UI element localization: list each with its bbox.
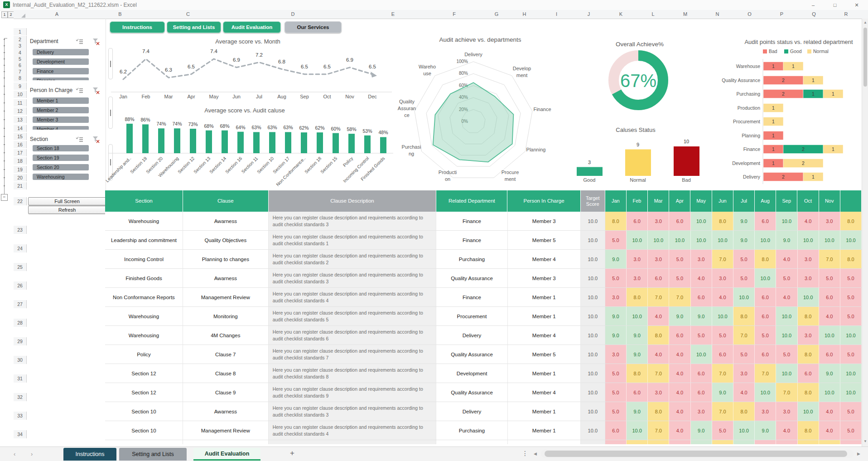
column-header-C[interactable]: C [153,10,224,19]
cell-score-month-4[interactable]: 4.0 [669,421,690,440]
cell-score-month-10[interactable]: 8.0 [798,307,819,325]
scroll-up-arrow[interactable]: ▲ [863,20,867,24]
cell-score-month-9[interactable]: 5.0 [776,345,797,364]
cell-related-department[interactable]: Purchasing [436,250,507,268]
cell-score-month-2[interactable]: 9.0 [627,402,648,421]
cell-score-month-8[interactable]: 6.0 [755,307,776,325]
cell-related-department[interactable]: Quality Assurance [436,383,507,402]
cell-description[interactable]: Here you can register clause description… [269,440,437,444]
slicer-item-section-20[interactable]: Section 20 [33,164,89,170]
cell-score-month-6[interactable]: 7.0 [712,402,733,421]
cell-score-month-10[interactable]: 10.0 [798,231,819,249]
cell-score-month-11[interactable]: 3.0 [819,212,840,230]
cell-score-month-1[interactable]: 5.0 [605,364,627,383]
cell-clause[interactable]: 4M Changes [183,326,269,345]
row-header-25[interactable]: 25 [14,263,27,271]
cell-score-month-11[interactable]: 6.0 [819,345,840,364]
action-button-refresh[interactable]: Refresh [28,206,106,214]
column-header-D[interactable]: D [223,10,363,19]
cell-person-in-charge[interactable]: Member 5 [508,345,581,364]
cell-score-month-3[interactable]: 8.0 [648,402,669,421]
cell-score-month-6[interactable]: 8.0 [712,440,733,444]
cell-score-month-1[interactable]: 5.0 [605,231,627,249]
cell-score-month-12[interactable]: 10.0 [840,364,862,383]
nav-button-our-services[interactable]: Our Services [285,21,342,33]
cell-score-month-11[interactable]: 4.0 [819,421,840,440]
cell-section[interactable]: Warehousing [105,307,183,325]
cell-score-month-1[interactable]: 5.0 [605,383,627,402]
slicer-scrollbar[interactable] [108,97,113,129]
cell-score-month-11[interactable]: 10.0 [819,231,840,249]
cell-score-month-7[interactable]: 7.0 [733,326,755,345]
cell-description[interactable]: Here you can register clause description… [269,269,437,287]
cell-score-month-12[interactable]: 6.0 [840,440,862,444]
cell-related-department[interactable]: Delivery [436,326,507,345]
cell-score-month-7[interactable]: 10.0 [733,421,755,440]
cell-section[interactable]: Section 12 [105,364,183,383]
cell-score-month-10[interactable]: 8.0 [798,345,819,364]
cell-target-score[interactable]: 10.0 [581,288,605,306]
cell-score-month-9[interactable]: 10.0 [776,364,797,383]
row-header-31[interactable]: 31 [14,374,27,383]
cell-clause[interactable]: Management Review [183,421,269,440]
slicer-item-member-2[interactable]: Member 2 [33,107,89,113]
cell-score-month-12[interactable]: 5.0 [840,288,862,306]
table-header-month-feb[interactable]: Feb [627,190,648,212]
cell-score-month-5[interactable]: 3.0 [691,402,712,421]
cell-clause[interactable]: Monitoring [183,440,269,444]
cell-score-month-8[interactable]: 6.0 [755,345,776,364]
cell-score-month-6[interactable]: 10.0 [712,307,733,325]
cell-score-month-2[interactable]: 8.0 [627,440,648,444]
cell-score-month-3[interactable]: 10.0 [648,231,669,249]
cell-score-month-10[interactable]: 3.0 [798,326,819,345]
cell-score-month-5[interactable]: 10.0 [691,440,712,444]
cell-score-month-11[interactable]: 6.0 [819,288,840,306]
cell-score-month-4[interactable]: 7.0 [669,288,690,306]
cell-description[interactable]: Here you can register clause description… [269,345,437,364]
cell-score-month-12[interactable]: 5.0 [840,421,862,440]
cell-person-in-charge[interactable]: Member 3 [508,269,581,287]
cell-section[interactable]: Finished Goods [105,269,183,287]
table-header-section[interactable]: Section [105,190,183,212]
cell-related-department[interactable]: Finance [436,212,507,230]
cell-score-month-8[interactable]: 10.0 [755,269,776,287]
cell-target-score[interactable]: 10.0 [581,345,605,364]
cell-score-month-10[interactable]: 10.0 [798,402,819,421]
slicer-item-development[interactable]: Development [33,58,89,65]
cell-person-in-charge[interactable]: Member 4 [508,326,581,345]
slicer-scroll-thumb[interactable] [110,110,111,116]
cell-score-month-1[interactable]: 9.0 [605,326,627,345]
cell-score-month-6[interactable]: 7.0 [712,250,733,268]
cell-score-month-7[interactable]: 4.0 [733,383,755,402]
cell-score-month-8[interactable]: 6.0 [755,288,776,306]
cell-target-score[interactable]: 10.0 [581,212,605,230]
table-header-clause-description[interactable]: Clause Description [269,190,437,212]
column-header-N[interactable]: N [701,10,734,19]
cell-score-month-11[interactable]: 9.0 [819,364,840,383]
slicer-item-member-1[interactable]: Member 1 [33,97,89,104]
cell-score-month-8[interactable]: 10.0 [755,231,776,249]
cell-person-in-charge[interactable]: Member 4 [508,250,581,268]
cell-score-month-8[interactable]: 3.0 [755,402,776,421]
cell-score-month-7[interactable]: 9.0 [733,212,755,230]
action-button-full-screen[interactable]: Full Screen [28,197,106,205]
cell-score-month-5[interactable]: 9.0 [691,307,712,325]
slicer-item-finance[interactable]: Finance [33,68,89,74]
cell-score-month-6[interactable]: 4.0 [712,288,733,306]
cell-description[interactable]: Here you can register clause description… [269,364,437,383]
cell-clause[interactable]: Awarness [183,269,269,287]
horizontal-scroll-thumb[interactable] [545,451,847,457]
cell-score-month-8[interactable]: 7.0 [755,364,776,383]
cell-score-month-1[interactable]: 9.0 [605,250,627,268]
cell-score-month-2[interactable]: 10.0 [627,231,648,249]
table-header-month-apr[interactable]: Apr [669,190,690,212]
cell-score-month-3[interactable]: 6.0 [648,269,669,287]
column-header-B[interactable]: B [87,10,153,19]
cell-description[interactable]: Here you can register clause description… [269,288,437,306]
cell-score-month-12[interactable]: 10.0 [840,231,862,249]
tab-options-kebab-icon[interactable]: ⋮ [522,450,528,457]
cell-score-month-3[interactable]: 3.0 [648,250,669,268]
cell-score-month-12[interactable]: 5.0 [840,307,862,325]
column-header-F[interactable]: F [424,10,485,19]
slicer-scrollbar[interactable] [108,48,113,79]
